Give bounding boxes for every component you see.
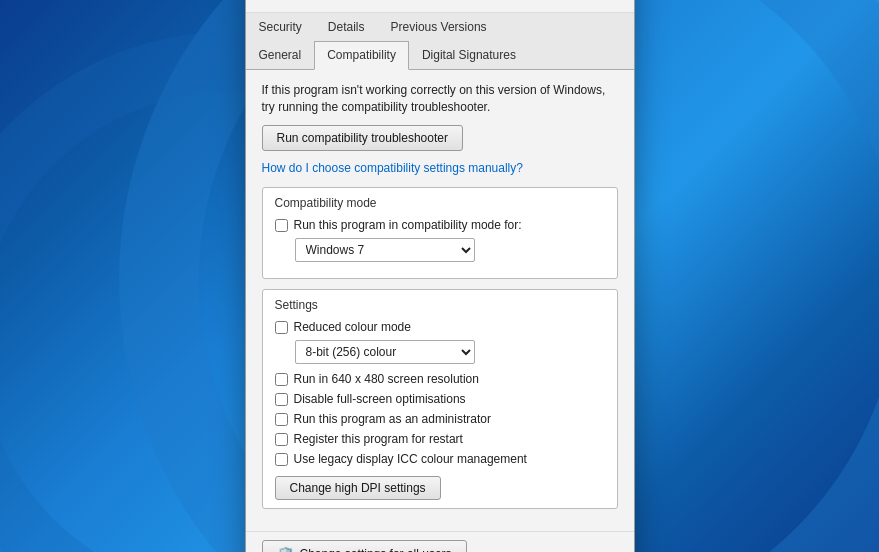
content-area: If this program isn't working correctly … [246,70,634,532]
reduced-colour-checkbox-row: Reduced colour mode [275,320,605,334]
run-admin-label: Run this program as an administrator [294,412,491,426]
run-admin-checkbox[interactable] [275,413,288,426]
compat-mode-dropdown[interactable]: Windows 7 Windows XP (Service Pack 2) Wi… [295,238,475,262]
register-restart-checkbox[interactable] [275,433,288,446]
intro-text: If this program isn't working correctly … [262,82,618,116]
disable-fullscreen-checkbox-row: Disable full-screen optimisations [275,392,605,406]
tab-general[interactable]: General [246,41,315,69]
title-bar: 🗔 setupcatchchar.exe Properties ✕ [246,0,634,13]
intro-line2: try running the compatibility troublesho… [262,100,491,114]
disable-fullscreen-checkbox[interactable] [275,393,288,406]
tab-row-2: General Compatibility Digital Signatures [246,41,634,70]
settings-group-label: Settings [275,298,605,312]
compat-mode-checkbox-label: Run this program in compatibility mode f… [294,218,522,232]
dialog-footer: 🛡️ Change settings for all users [246,531,634,552]
reduced-colour-label: Reduced colour mode [294,320,411,334]
tab-security[interactable]: Security [246,13,315,41]
legacy-icc-checkbox-row: Use legacy display ICC colour management [275,452,605,466]
run-troubleshooter-button[interactable]: Run compatibility troubleshooter [262,125,463,151]
settings-group: Settings Reduced colour mode 8-bit (256)… [262,289,618,509]
disable-fullscreen-label: Disable full-screen optimisations [294,392,466,406]
change-settings-all-users-button[interactable]: 🛡️ Change settings for all users [262,540,467,552]
compatibility-mode-group: Compatibility mode Run this program in c… [262,187,618,279]
tab-row-1: Security Details Previous Versions [246,13,634,41]
change-dpi-button[interactable]: Change high DPI settings [275,476,441,500]
close-button[interactable]: ✕ [598,0,622,4]
register-restart-label: Register this program for restart [294,432,463,446]
intro-line1: If this program isn't working correctly … [262,83,606,97]
reduced-colour-checkbox[interactable] [275,321,288,334]
640x480-label: Run in 640 x 480 screen resolution [294,372,479,386]
run-admin-checkbox-row: Run this program as an administrator [275,412,605,426]
colour-mode-dropdown[interactable]: 8-bit (256) colour 16-bit colour [295,340,475,364]
640x480-checkbox-row: Run in 640 x 480 screen resolution [275,372,605,386]
change-settings-label: Change settings for all users [300,547,452,552]
tab-digital-signatures[interactable]: Digital Signatures [409,41,529,69]
shield-icon: 🛡️ [277,546,294,552]
register-restart-checkbox-row: Register this program for restart [275,432,605,446]
legacy-icc-checkbox[interactable] [275,453,288,466]
properties-dialog: 🗔 setupcatchchar.exe Properties ✕ Securi… [245,0,635,552]
tab-details[interactable]: Details [315,13,378,41]
tab-compatibility[interactable]: Compatibility [314,41,409,70]
640x480-checkbox[interactable] [275,373,288,386]
legacy-icc-label: Use legacy display ICC colour management [294,452,527,466]
help-link[interactable]: How do I choose compatibility settings m… [262,161,618,175]
compat-mode-label: Compatibility mode [275,196,605,210]
tab-previous-versions[interactable]: Previous Versions [378,13,500,41]
compat-mode-checkbox-row: Run this program in compatibility mode f… [275,218,605,232]
compat-mode-checkbox[interactable] [275,219,288,232]
tabs-container: Security Details Previous Versions Gener… [246,13,634,70]
